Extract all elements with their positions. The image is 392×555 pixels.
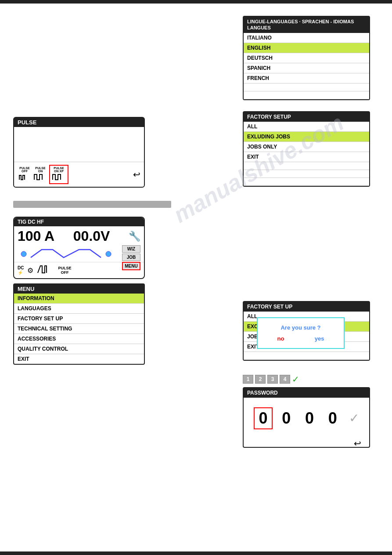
pwd-confirm-checkmark[interactable]: ✓ [349,411,359,425]
password-back-button[interactable]: ↩ [354,438,361,449]
factory-all[interactable]: ALL [244,122,369,132]
lang-spanich[interactable]: SPANICH [244,63,369,73]
factory-setup-header-2: FACTORY SET UP [244,302,369,312]
pwd-digit-0[interactable]: 0 [254,407,273,429]
pulse-xp-label-top: PULSE [54,167,64,170]
tig-display-box: TIG DC HF 100 A 00.0V 🔧 WIZ JOB [13,217,145,279]
pulse-on-icon[interactable]: PULSE ON [33,167,47,182]
pwd-tab-checkmark[interactable]: ✓ [292,374,299,385]
lang-empty-2 [244,91,369,99]
factory-exluding-jobs[interactable]: EXLUDING JOBS [244,132,369,142]
bottom-bar [0,551,392,555]
factory-empty-3 [244,178,369,186]
gray-divider [13,201,171,208]
pulse-off-label: PULSE OFF [58,266,71,275]
factory2-empty-1 [244,352,369,360]
menu-item-information[interactable]: INFORMATION [14,294,144,304]
pulse-off-icon[interactable]: PULSE OFF [18,167,32,182]
pwd-tab-3[interactable]: 3 [267,375,278,384]
factory-setup-header-1: FACTORY SETUP [244,112,369,122]
menu-item-technical-setting[interactable]: TECHNICAL SETTING [14,324,144,334]
tig-weld-icon: ⚙ [27,266,33,275]
pulse-xp-label-bot: ON XP [54,170,64,173]
factory-exit-1[interactable]: EXIT [244,152,369,162]
right-column: LINGUE-LANGUAGES · SPRACHEN - IDIOMASLAN… [243,16,379,449]
tig-amps-display: 100 A [18,228,54,244]
pwd-tab-1[interactable]: 1 [243,375,253,384]
pulse-icons-row: PULSE OFF PULSE ON PULSE O [14,162,144,187]
lang-deutsch[interactable]: DEUTSCH [244,53,369,63]
password-section: 1 2 3 4 ✓ PASSWORD 0 0 0 0 ✓ ↩ [243,374,370,448]
lang-italiano[interactable]: ITALIANO [244,33,369,43]
password-header: PASSWORD [244,388,369,398]
pwd-digit-3[interactable]: 0 [323,407,342,429]
password-digits-row: 0 0 0 0 ✓ [247,403,366,434]
pwd-tab-2[interactable]: 2 [255,375,266,384]
menu-button[interactable]: MENU [122,262,140,270]
dialog-buttons: no yes [262,335,339,342]
lang-french[interactable]: FRENCH [244,73,369,83]
dialog-no-button[interactable]: no [277,335,284,342]
pulse-on-label-top: PULSE [35,167,45,170]
tig-header: TIG DC HF [14,218,144,226]
menu-header: MENU [14,284,144,294]
tig-volts-display: 00.0V [73,228,110,244]
tig-waveform-row: WIZ JOB MENU [14,244,144,262]
torch-icon: 🔧 [129,231,140,242]
password-box: PASSWORD 0 0 0 0 ✓ ↩ [243,387,370,448]
languages-box: LINGUE-LANGUAGES · SPRACHEN - IDIOMASLAN… [243,16,370,100]
menu-item-quality-control[interactable]: QUALITY CONTROL [14,344,144,354]
menu-item-accessories[interactable]: ACCESSORIES [14,334,144,344]
password-tabs: 1 2 3 4 ✓ [243,374,370,385]
pulse-off-label-bot: OFF [22,170,28,173]
svg-point-1 [106,251,111,257]
left-column: PULSE PULSE OFF PULSE ON [13,16,171,365]
languages-header: LINGUE-LANGUAGES · SPRACHEN - IDIOMASLAN… [244,17,369,33]
tig-process-icon [37,264,54,276]
pwd-digit-1[interactable]: 0 [277,407,296,429]
dc-icon: DC ⚡ [18,265,24,275]
pulse-body [14,127,144,162]
pulse-on-xp-icon[interactable]: PULSE ON XP [49,165,68,184]
tig-main-row: 100 A 00.0V 🔧 [14,226,144,244]
pulse-on-label-bot: ON [38,170,43,173]
pulse-box: PULSE PULSE OFF PULSE ON [13,117,145,188]
pwd-digit-2[interactable]: 0 [300,407,319,429]
menu-box: MENU INFORMATION LANGUAGES FACTORY SET U… [13,283,145,365]
top-bar [0,0,392,4]
tig-right-buttons: WIZ JOB MENU [122,245,140,270]
pulse-back-button[interactable]: ↩ [133,169,140,180]
factory-setup-box-1: FACTORY SETUP ALL EXLUDING JOBS JOBS ONL… [243,111,370,187]
factory-setup-box-2: FACTORY SET UP ALL EXCL JOBS EXIT Are yo… [243,301,370,361]
pulse-header: PULSE [14,118,144,127]
lang-english[interactable]: ENGLISH [244,43,369,53]
lang-empty-1 [244,83,369,91]
job-button[interactable]: JOB [122,254,140,261]
factory-jobs-only[interactable]: JOBS ONLY [244,142,369,152]
menu-item-exit[interactable]: EXIT [14,354,144,364]
dialog-question: Are you sure ? [262,324,339,331]
confirm-dialog: Are you sure ? no yes [257,317,345,349]
menu-item-factory-setup[interactable]: FACTORY SET UP [14,314,144,324]
pwd-tab-4[interactable]: 4 [280,375,290,384]
factory-empty-1 [244,162,369,170]
wiz-button[interactable]: WIZ [122,245,140,253]
factory-empty-2 [244,170,369,178]
pulse-off-label-top: PULSE [19,167,29,170]
dialog-yes-button[interactable]: yes [315,335,324,342]
menu-item-languages[interactable]: LANGUAGES [14,304,144,314]
svg-point-0 [21,251,26,257]
